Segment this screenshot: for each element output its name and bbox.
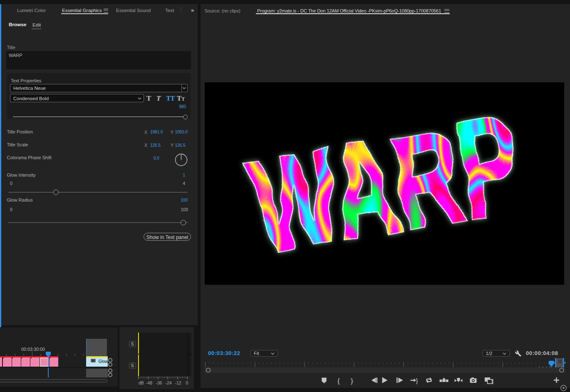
- svg-text:WARP: WARP: [240, 86, 532, 284]
- svg-text:{: {: [337, 377, 340, 385]
- svg-text:}: }: [351, 377, 353, 385]
- svg-text:}: }: [416, 377, 418, 384]
